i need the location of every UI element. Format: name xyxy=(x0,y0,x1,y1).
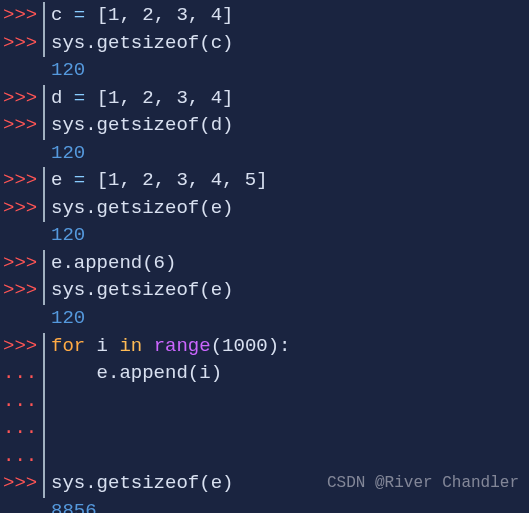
output-value: 120 xyxy=(51,57,85,85)
prompt: >>> xyxy=(0,112,45,140)
builtin-range: range xyxy=(142,335,210,357)
append-call: e.append(6) xyxy=(51,250,176,278)
continuation-line: ... e.append(i) xyxy=(0,360,529,388)
continuation-prompt: ... xyxy=(0,388,45,416)
for-body: e.append(i) xyxy=(51,360,222,388)
prompt: >>> xyxy=(0,85,45,113)
input-line: >>> e = [1, 2, 3, 4, 5] xyxy=(0,167,529,195)
input-line: >>> sys.getsizeof(e) xyxy=(0,195,529,223)
watermark: CSDN @River Chandler xyxy=(327,472,519,495)
variable-c: c xyxy=(51,4,62,26)
continuation-line: ... xyxy=(0,443,529,471)
input-line: >>> for i in range(1000): xyxy=(0,333,529,361)
prompt: >>> xyxy=(0,2,45,30)
getsizeof-call: sys.getsizeof(d) xyxy=(51,112,233,140)
input-line: >>> d = [1, 2, 3, 4] xyxy=(0,85,529,113)
variable-d: d xyxy=(51,87,62,109)
output-value: 8856 xyxy=(51,498,97,513)
prompt: >>> xyxy=(0,195,45,223)
keyword-in: in xyxy=(119,335,142,357)
keyword-for: for xyxy=(51,335,85,357)
output-line: 120 xyxy=(0,305,529,333)
variable-e: e xyxy=(51,169,62,191)
getsizeof-call: sys.getsizeof(e) xyxy=(51,195,233,223)
output-line: 120 xyxy=(0,140,529,168)
prompt: >>> xyxy=(0,277,45,305)
list-literal: [1, 2, 3, 4] xyxy=(97,87,234,109)
continuation-line: ... xyxy=(0,415,529,443)
prompt: >>> xyxy=(0,333,45,361)
prompt: >>> xyxy=(0,30,45,58)
input-line: >>> c = [1, 2, 3, 4] xyxy=(0,2,529,30)
getsizeof-call: sys.getsizeof(c) xyxy=(51,30,233,58)
python-repl-terminal[interactable]: >>> c = [1, 2, 3, 4] >>> sys.getsizeof(c… xyxy=(0,0,529,513)
output-line: 120 xyxy=(0,222,529,250)
input-line: >>> sys.getsizeof(c) xyxy=(0,30,529,58)
output-value: 120 xyxy=(51,222,85,250)
continuation-prompt: ... xyxy=(0,360,45,388)
continuation-prompt: ... xyxy=(0,415,45,443)
list-literal: [1, 2, 3, 4, 5] xyxy=(97,169,268,191)
prompt: >>> xyxy=(0,167,45,195)
continuation-line: ... xyxy=(0,388,529,416)
prompt: >>> xyxy=(0,250,45,278)
output-line: 8856 xyxy=(0,498,529,513)
input-line: >>> e.append(6) xyxy=(0,250,529,278)
output-value: 120 xyxy=(51,305,85,333)
prompt: >>> xyxy=(0,470,45,498)
output-value: 120 xyxy=(51,140,85,168)
getsizeof-call: sys.getsizeof(e) xyxy=(51,470,233,498)
input-line: >>> sys.getsizeof(e) xyxy=(0,277,529,305)
list-literal: [1, 2, 3, 4] xyxy=(97,4,234,26)
output-line: 120 xyxy=(0,57,529,85)
getsizeof-call: sys.getsizeof(e) xyxy=(51,277,233,305)
continuation-prompt: ... xyxy=(0,443,45,471)
input-line: >>> sys.getsizeof(d) xyxy=(0,112,529,140)
